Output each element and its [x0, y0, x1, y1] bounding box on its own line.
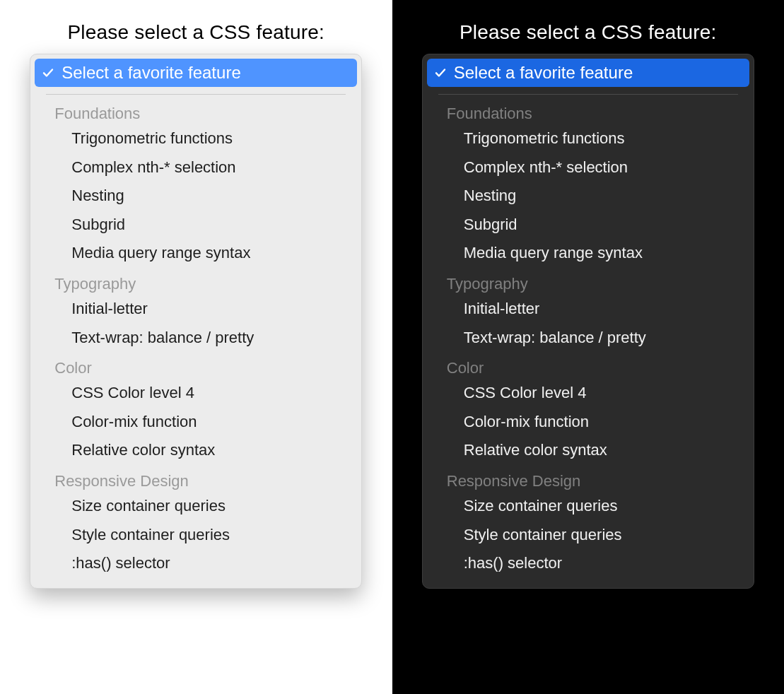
option-text-wrap-balance-pretty[interactable]: Text-wrap: balance / pretty	[427, 324, 749, 353]
option-color-mix-function[interactable]: Color-mix function	[427, 408, 749, 437]
option-size-container-queries[interactable]: Size container queries	[427, 492, 749, 521]
option-relative-color-syntax[interactable]: Relative color syntax	[427, 436, 749, 465]
option-has-selector[interactable]: :has() selector	[35, 549, 357, 578]
group-label-foundations: Foundations	[427, 98, 749, 124]
dark-mode-pane: Please select a CSS feature: Select a fa…	[392, 0, 785, 694]
option-nesting[interactable]: Nesting	[35, 182, 357, 211]
check-icon	[434, 66, 447, 79]
select-dropdown[interactable]: Select a favorite feature Foundations Tr…	[422, 54, 754, 589]
selected-option-label: Select a favorite feature	[62, 63, 240, 83]
option-subgrid[interactable]: Subgrid	[427, 211, 749, 240]
option-text-wrap-balance-pretty[interactable]: Text-wrap: balance / pretty	[35, 324, 357, 353]
group-label-typography: Typography	[35, 268, 357, 295]
option-complex-nth-selection[interactable]: Complex nth-* selection	[35, 153, 357, 182]
option-relative-color-syntax[interactable]: Relative color syntax	[35, 436, 357, 465]
option-subgrid[interactable]: Subgrid	[35, 211, 357, 240]
prompt-label: Please select a CSS feature:	[460, 21, 717, 44]
option-media-query-range-syntax[interactable]: Media query range syntax	[427, 239, 749, 268]
option-media-query-range-syntax[interactable]: Media query range syntax	[35, 239, 357, 268]
option-style-container-queries[interactable]: Style container queries	[35, 521, 357, 550]
select-dropdown[interactable]: Select a favorite feature Foundations Tr…	[30, 54, 362, 589]
group-label-color: Color	[427, 352, 749, 379]
selected-option[interactable]: Select a favorite feature	[35, 59, 357, 87]
option-color-mix-function[interactable]: Color-mix function	[35, 408, 357, 437]
option-trigonometric-functions[interactable]: Trigonometric functions	[427, 124, 749, 153]
divider	[438, 94, 738, 95]
check-icon	[42, 66, 54, 79]
divider	[46, 94, 346, 95]
option-nesting[interactable]: Nesting	[427, 182, 749, 211]
option-initial-letter[interactable]: Initial-letter	[35, 295, 357, 324]
option-trigonometric-functions[interactable]: Trigonometric functions	[35, 124, 357, 153]
selected-option[interactable]: Select a favorite feature	[427, 59, 749, 87]
option-has-selector[interactable]: :has() selector	[427, 549, 749, 578]
group-label-responsive-design: Responsive Design	[427, 465, 749, 492]
group-label-typography: Typography	[427, 268, 749, 295]
selected-option-label: Select a favorite feature	[454, 63, 633, 83]
prompt-label: Please select a CSS feature:	[67, 21, 324, 44]
group-label-responsive-design: Responsive Design	[35, 465, 357, 492]
option-css-color-level-4[interactable]: CSS Color level 4	[427, 379, 749, 408]
group-label-color: Color	[35, 352, 357, 379]
option-complex-nth-selection[interactable]: Complex nth-* selection	[427, 153, 749, 182]
option-size-container-queries[interactable]: Size container queries	[35, 492, 357, 521]
option-style-container-queries[interactable]: Style container queries	[427, 521, 749, 550]
light-mode-pane: Please select a CSS feature: Select a fa…	[0, 0, 392, 694]
option-css-color-level-4[interactable]: CSS Color level 4	[35, 379, 357, 408]
group-label-foundations: Foundations	[35, 98, 357, 124]
option-initial-letter[interactable]: Initial-letter	[427, 295, 749, 324]
